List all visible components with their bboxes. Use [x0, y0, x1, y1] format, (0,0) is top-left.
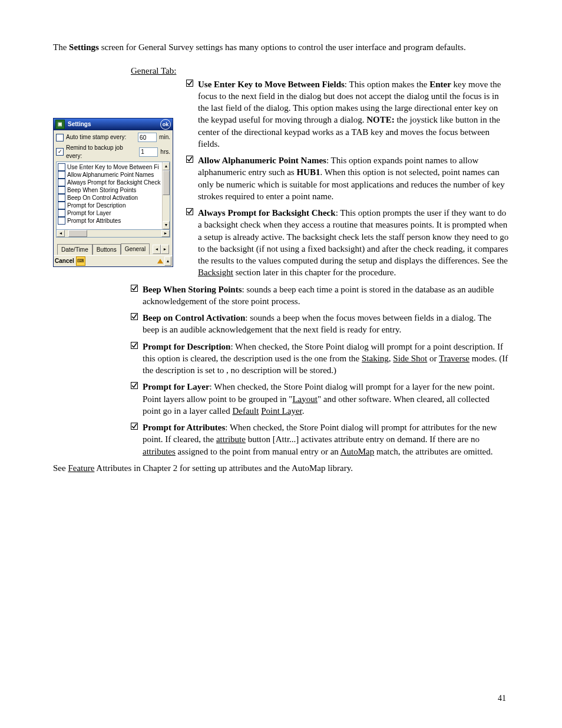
- scroll-hthumb[interactable]: [68, 230, 87, 237]
- scroll-thumb[interactable]: [163, 170, 170, 195]
- xref-text: See Feature Attributes in Chapter 2 for …: [53, 462, 509, 474]
- list-vscrollbar[interactable]: ▲ ▼: [162, 162, 170, 229]
- tab-heading: General Tab:: [131, 65, 509, 77]
- intro-text: The Settings screen for General Survey s…: [53, 41, 509, 53]
- checkbox-icon: [131, 285, 138, 292]
- list-item-label: Always Prompt for Backsight Check: [67, 179, 160, 186]
- app-icon: ▣: [55, 120, 65, 129]
- list-checkbox[interactable]: [58, 179, 65, 186]
- list-checkbox[interactable]: [58, 217, 65, 225]
- list-item-label: Beep On Control Activation: [67, 194, 138, 202]
- window-titlebar: ▣ Settings ok: [54, 118, 173, 130]
- list-item-label: Beep When Storing Points: [67, 186, 136, 194]
- alert-icon: [157, 259, 163, 263]
- checkbox-icon: [131, 313, 138, 320]
- list-checkbox[interactable]: [58, 194, 65, 202]
- settings-screenshot: ▣ Settings ok Auto time stamp every: min…: [53, 118, 173, 267]
- list-checkbox[interactable]: [58, 163, 65, 171]
- tab-scroll-left-icon[interactable]: ◄: [153, 245, 161, 254]
- scroll-right-icon[interactable]: ►: [161, 230, 170, 237]
- tab-buttons[interactable]: Buttons: [92, 244, 121, 255]
- list-hscrollbar[interactable]: ◄ ►: [56, 230, 170, 238]
- options-list[interactable]: Use Enter Key to Move Between Fi Allow A…: [56, 162, 170, 230]
- tab-bar: Date/Time Buttons General ◄ ►: [56, 238, 170, 254]
- option-text: Prompt for Description: When checked, th…: [143, 341, 509, 377]
- auto-time-checkbox[interactable]: [56, 134, 64, 141]
- tab-scroll-right-icon[interactable]: ►: [161, 245, 169, 254]
- checkbox-icon: [186, 156, 193, 163]
- list-checkbox[interactable]: [58, 209, 65, 217]
- checkbox-icon: [131, 423, 138, 430]
- remind-backup-value[interactable]: [139, 147, 158, 157]
- option-text: Beep When Storing Points: sounds a beep …: [143, 284, 509, 308]
- sip-up-icon[interactable]: ▴: [164, 256, 171, 266]
- list-checkbox[interactable]: [58, 202, 65, 209]
- remind-backup-checkbox[interactable]: ✓: [56, 148, 64, 156]
- option-item: Beep When Storing Points: sounds a beep …: [131, 284, 509, 308]
- option-text: Use Enter Key to Move Between Fields: Th…: [198, 78, 509, 150]
- list-item-label: Use Enter Key to Move Between Fi: [67, 163, 159, 171]
- tab-date-time[interactable]: Date/Time: [57, 244, 92, 255]
- auto-time-label: Auto time stamp every:: [66, 133, 135, 141]
- option-text: Allow Alphanumeric Point Names: This opt…: [198, 154, 509, 202]
- auto-time-value[interactable]: [138, 133, 157, 142]
- tab-general[interactable]: General: [121, 243, 150, 255]
- cancel-button[interactable]: Cancel: [55, 257, 74, 265]
- option-text: Always Prompt for Backsight Check: This …: [198, 207, 509, 279]
- list-checkbox[interactable]: [58, 186, 65, 194]
- list-checkbox[interactable]: [58, 171, 65, 179]
- checkbox-icon: [186, 80, 193, 87]
- ok-button[interactable]: ok: [160, 119, 171, 130]
- scroll-up-icon[interactable]: ▲: [163, 162, 170, 170]
- option-item: Always Prompt for Backsight Check: This …: [186, 207, 509, 279]
- option-text: Prompt for Layer: When checked, the Stor…: [143, 381, 509, 417]
- scroll-left-icon[interactable]: ◄: [57, 230, 65, 237]
- auto-time-unit: min.: [159, 133, 170, 141]
- checkbox-icon: [186, 208, 193, 215]
- scroll-down-icon[interactable]: ▼: [163, 221, 170, 229]
- window-title: Settings: [68, 120, 91, 129]
- option-item: Use Enter Key to Move Between Fields: Th…: [186, 78, 509, 150]
- option-text: Beep on Control Activation: sounds a bee…: [143, 312, 509, 336]
- option-item: Prompt for Attributes: When checked, the…: [131, 421, 509, 457]
- remind-backup-unit: hrs.: [160, 148, 170, 156]
- list-item-label: Allow Alphanumeric Point Names: [67, 171, 154, 179]
- list-item-label: Prompt for Layer: [67, 209, 111, 217]
- option-item: Beep on Control Activation: sounds a bee…: [131, 312, 509, 336]
- remind-backup-label: Remind to backup job every:: [66, 144, 137, 160]
- list-item-label: Prompt for Description: [67, 202, 125, 209]
- option-item: Allow Alphanumeric Point Names: This opt…: [186, 154, 509, 202]
- checkbox-icon: [131, 342, 138, 349]
- page-number: 41: [498, 693, 506, 704]
- checkbox-icon: [131, 382, 138, 389]
- option-item: Prompt for Layer: When checked, the Stor…: [131, 381, 509, 417]
- keyboard-icon[interactable]: ⌨: [76, 256, 85, 266]
- list-item-label: Prompt for Attributes: [67, 217, 121, 225]
- option-item: Prompt for Description: When checked, th…: [131, 341, 509, 377]
- option-text: Prompt for Attributes: When checked, the…: [143, 421, 509, 457]
